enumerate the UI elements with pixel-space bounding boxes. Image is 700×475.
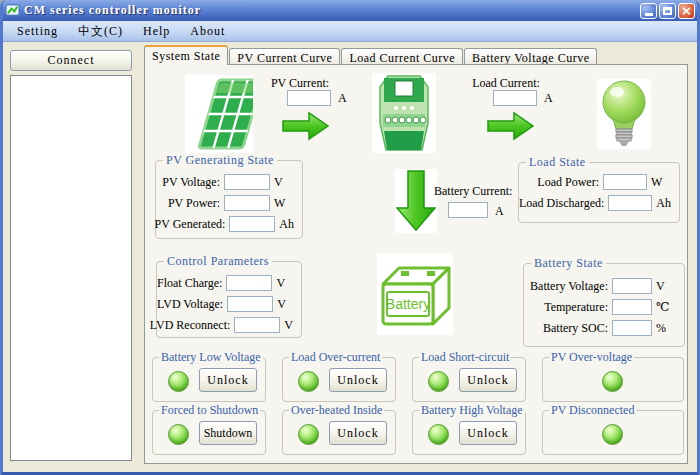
load-over-current-led bbox=[298, 371, 319, 392]
pv-current-label: PV Current: bbox=[257, 76, 343, 91]
menu-bar: Setting 中文(C) Help About bbox=[0, 21, 700, 42]
close-icon[interactable]: × bbox=[678, 3, 695, 19]
battery-icon: Battery bbox=[377, 253, 453, 335]
maximize-icon[interactable] bbox=[659, 3, 676, 19]
temperature-field[interactable] bbox=[612, 299, 652, 315]
battery-current-unit: A bbox=[495, 204, 504, 219]
svg-text:Battery: Battery bbox=[386, 296, 430, 312]
window-title: CM series controller monitor bbox=[24, 3, 636, 18]
battery-flow-arrow-icon bbox=[395, 169, 437, 233]
pv-current-unit: A bbox=[338, 91, 347, 106]
battery-soc-field[interactable] bbox=[612, 320, 652, 336]
light-bulb-icon bbox=[597, 79, 651, 149]
group-battery-state: Battery State Battery Voltage: V Tempera… bbox=[523, 263, 685, 347]
load-over-current-unlock-button[interactable]: Unlock bbox=[329, 368, 387, 392]
lvd-reconnect-field[interactable] bbox=[234, 317, 280, 333]
over-heated-inside-led bbox=[298, 424, 319, 445]
alarm-over-heated-inside: Over-heated Inside Unlock bbox=[282, 410, 396, 455]
pv-current-field[interactable] bbox=[287, 90, 331, 106]
load-current-field[interactable] bbox=[493, 90, 537, 106]
alarm-load-short-circuit: Load Short-circuit Unlock bbox=[412, 357, 526, 402]
alarm-pv-disconnected: PV Disconnected bbox=[542, 410, 684, 455]
tab-pv-current-curve[interactable]: PV Current Curve bbox=[229, 48, 340, 65]
battery-current-label: Battery Current: bbox=[434, 184, 512, 199]
load-power-field[interactable] bbox=[603, 174, 647, 190]
battery-low-voltage-unlock-button[interactable]: Unlock bbox=[199, 368, 257, 392]
system-state-panel: PV Current: A Load Current bbox=[144, 64, 688, 464]
solar-panel-icon bbox=[185, 75, 253, 153]
battery-high-voltage-unlock-button[interactable]: Unlock bbox=[459, 421, 517, 445]
battery-voltage-field[interactable] bbox=[612, 278, 652, 294]
alarm-load-over-current: Load Over-current Unlock bbox=[282, 357, 396, 402]
alarm-pv-over-voltage: PV Over-voltage bbox=[542, 357, 684, 402]
app-icon bbox=[5, 3, 20, 18]
load-short-circuit-unlock-button[interactable]: Unlock bbox=[459, 368, 517, 392]
device-list[interactable] bbox=[10, 75, 132, 461]
menu-setting[interactable]: Setting bbox=[8, 23, 67, 40]
app-window: CM series controller monitor × Setting 中… bbox=[0, 0, 700, 475]
client-area: Connect System State PV Current Curve Lo… bbox=[3, 42, 697, 472]
float-charge-field[interactable] bbox=[226, 275, 272, 291]
load-current-label: Load Current: bbox=[463, 76, 549, 91]
battery-high-voltage-led bbox=[428, 424, 449, 445]
alarm-forced-to-shutdown: Forced to Shutdown Shutdown bbox=[152, 410, 266, 455]
forced-to-shutdown-led bbox=[168, 424, 189, 445]
load-short-circuit-led bbox=[428, 371, 449, 392]
pv-flow-arrow-icon bbox=[282, 111, 330, 141]
group-control-parameters: Control Parameters Float Charge: V LVD V… bbox=[156, 261, 302, 338]
load-discharged-field[interactable] bbox=[608, 195, 652, 211]
pv-voltage-field[interactable] bbox=[224, 174, 270, 190]
titlebar[interactable]: CM series controller monitor × bbox=[0, 0, 700, 21]
menu-about[interactable]: About bbox=[181, 23, 234, 40]
menu-language[interactable]: 中文(C) bbox=[69, 22, 132, 41]
alarm-battery-high-voltage: Battery High Voltage Unlock bbox=[412, 410, 526, 455]
lvd-voltage-field[interactable] bbox=[227, 296, 273, 312]
minimize-icon[interactable] bbox=[640, 3, 657, 19]
forced-to-shutdown-button[interactable]: Shutdown bbox=[199, 421, 257, 445]
group-load-state: Load State Load Power: W Load Discharged… bbox=[518, 162, 680, 223]
group-pv-generating-state: PV Generating State PV Voltage: V PV Pow… bbox=[155, 160, 303, 239]
pv-over-voltage-led bbox=[602, 371, 623, 392]
connect-button[interactable]: Connect bbox=[10, 50, 132, 71]
load-flow-arrow-icon bbox=[487, 111, 535, 141]
menu-help[interactable]: Help bbox=[134, 23, 179, 40]
battery-current-field[interactable] bbox=[448, 202, 488, 218]
pv-generated-field[interactable] bbox=[229, 216, 275, 232]
over-heated-inside-unlock-button[interactable]: Unlock bbox=[329, 421, 387, 445]
alarm-battery-low-voltage: Battery Low Voltage Unlock bbox=[152, 357, 266, 402]
tab-battery-voltage-curve[interactable]: Battery Voltage Curve bbox=[464, 48, 597, 65]
pv-disconnected-led bbox=[602, 424, 623, 445]
battery-low-voltage-led bbox=[168, 371, 189, 392]
pv-power-field[interactable] bbox=[224, 195, 270, 211]
tab-system-state[interactable]: System State bbox=[144, 45, 228, 65]
tab-load-current-curve[interactable]: Load Current Curve bbox=[341, 48, 463, 65]
alarm-grid: Battery Low Voltage Unlock Load Over-cur… bbox=[152, 357, 684, 455]
controller-icon bbox=[372, 73, 436, 153]
load-current-unit: A bbox=[544, 91, 553, 106]
tab-strip: System State PV Current Curve Load Curre… bbox=[144, 45, 598, 65]
